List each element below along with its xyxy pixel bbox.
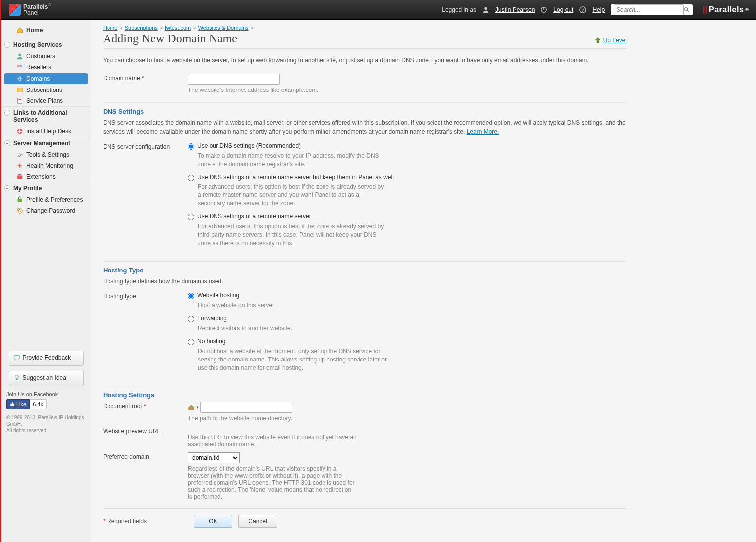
dns-radio[interactable] <box>188 175 194 181</box>
sidebar-item-subscriptions[interactable]: Subscriptions <box>1 85 91 95</box>
hostingtype-option: No hostingDo not host a website at the m… <box>188 338 556 372</box>
provide-feedback-button[interactable]: Provide Feedback <box>9 351 84 366</box>
breadcrumb-sep: > <box>119 25 122 31</box>
collapse-icon: − <box>4 185 10 191</box>
svg-point-21 <box>18 209 21 212</box>
domain-name-hint: The website's Internet address like exam… <box>188 87 556 93</box>
sidebar-heading[interactable]: −My Profile <box>1 182 91 194</box>
ok-button[interactable]: OK <box>194 515 232 528</box>
logout-link[interactable]: Log out <box>553 6 573 13</box>
sidebar-item-change-password[interactable]: Change Password <box>1 205 91 216</box>
product-logo: Parallels® Panel <box>9 3 51 16</box>
cancel-button[interactable]: Cancel <box>238 515 277 528</box>
sidebar-heading[interactable]: −Hosting Services <box>1 39 91 51</box>
page-title: Adding New Domain Name <box>103 32 237 48</box>
sidebar-item-install-help-desk[interactable]: Install Help Desk <box>1 126 91 137</box>
up-level-link[interactable]: Up Level <box>594 37 627 44</box>
search-input[interactable] <box>614 4 684 15</box>
docroot-prefix: / <box>197 404 198 411</box>
topbar-right: Logged in as Justin Pearson Log out ? He… <box>442 4 749 15</box>
sidebar-item-health-monitoring[interactable]: Health Monitoring <box>1 160 91 171</box>
brand-right: || Parallels® <box>703 5 749 14</box>
dns-radio-label[interactable]: Use DNS settings of a remote name server… <box>188 174 556 181</box>
radio-hint: To make a domain name resolve to your IP… <box>198 152 387 169</box>
fb-like-widget[interactable]: Like 6.4k <box>6 399 86 409</box>
hostingtype-radio[interactable] <box>188 339 194 345</box>
sidebar-home[interactable]: Home <box>1 25 91 36</box>
power-icon <box>540 6 547 13</box>
home-folder-icon <box>188 404 195 411</box>
preferred-domain-select[interactable]: domain.tld <box>188 452 240 463</box>
collapse-icon: − <box>4 42 10 48</box>
person-icon <box>482 6 489 13</box>
sidebar-item-resellers[interactable]: Resellers <box>1 62 91 73</box>
sidebar: Home −Hosting ServicesCustomersResellers… <box>1 20 91 542</box>
dns-option: Use our DNS settings (Recommended)To mak… <box>188 142 556 169</box>
sidebar-bottom: Provide Feedback Suggest an Idea Join Us… <box>1 346 91 439</box>
fb-like-count: 6.4k <box>30 399 47 409</box>
docroot-label: Document root * <box>103 402 188 422</box>
up-level-label[interactable]: Up Level <box>603 37 627 44</box>
hostingtype-radio-label[interactable]: Forwarding <box>188 315 556 322</box>
hostingtype-radio[interactable] <box>188 316 194 322</box>
sidebar-item-profile-preferences[interactable]: Profile & Preferences <box>1 194 91 205</box>
radio-hint: Host a website on this server. <box>198 301 387 310</box>
radio-text: Forwarding <box>197 315 227 322</box>
sidebar-item-service-plans[interactable]: Service Plans <box>1 95 91 106</box>
hostingtype-radio-label[interactable]: Website hosting <box>188 292 556 299</box>
sidebar-heading[interactable]: −Links to Additional Services <box>1 106 91 126</box>
up-level-icon <box>594 37 601 44</box>
nav-icon <box>16 173 23 180</box>
docroot-input[interactable] <box>200 402 292 413</box>
hostingtype-radio-label[interactable]: No hosting <box>188 338 556 345</box>
main-content: Home>Subscriptions>lwtest.com>Websites &… <box>91 20 639 542</box>
dns-section-title: DNS Settings <box>103 102 627 115</box>
username-link[interactable]: Justin Pearson <box>495 6 535 13</box>
copyright: © 1999-2013. Parallels IP Holdings GmbH. <box>6 414 86 427</box>
search-icon[interactable] <box>684 7 690 13</box>
sidebar-item-customers[interactable]: Customers <box>1 51 91 62</box>
breadcrumb-link[interactable]: Home <box>103 25 117 31</box>
help-link[interactable]: Help <box>592 6 605 13</box>
fb-like-button[interactable]: Like <box>6 399 30 409</box>
svg-point-5 <box>685 7 688 10</box>
sidebar-item-label: Change Password <box>26 207 75 214</box>
breadcrumb-sep: > <box>160 25 163 31</box>
dns-radio[interactable] <box>188 214 194 220</box>
nav-icon <box>16 87 23 93</box>
hostingtype-radio[interactable] <box>188 293 194 299</box>
breadcrumb-link[interactable]: Websites & Domains <box>198 25 249 31</box>
fb-like-label: Like <box>16 401 26 407</box>
suggest-idea-button[interactable]: Suggest an Idea <box>9 371 84 386</box>
dns-config-label: DNS server configuration <box>103 142 188 252</box>
breadcrumb-sep: > <box>251 25 254 31</box>
suggest-label: Suggest an Idea <box>23 374 66 381</box>
brand-name: Parallels <box>709 5 744 14</box>
sidebar-heading[interactable]: −Server Management <box>1 137 91 149</box>
feedback-icon <box>13 354 20 361</box>
hostingtype-option: Website hostingHost a website on this se… <box>188 292 556 310</box>
rights: All rights reserved. <box>6 427 86 434</box>
nav-icon <box>16 75 23 82</box>
dns-radio[interactable] <box>188 143 194 150</box>
thumbs-up-icon <box>10 402 15 407</box>
sidebar-item-domains[interactable]: Domains <box>4 73 88 84</box>
home-icon <box>16 27 23 34</box>
sidebar-item-label: Profile & Preferences <box>26 196 83 203</box>
svg-point-0 <box>484 7 487 9</box>
required-fields-note: * Required fields <box>103 518 188 525</box>
logo-text: Parallels® Panel <box>23 3 51 16</box>
nav-icon <box>16 64 23 71</box>
domain-name-input[interactable] <box>188 74 280 85</box>
dns-radio-label[interactable]: Use DNS settings of a remote name server <box>188 213 556 220</box>
product-subtitle: Panel <box>23 9 39 16</box>
breadcrumb-link[interactable]: Subscriptions <box>125 25 158 31</box>
sidebar-item-label: Extensions <box>26 173 56 180</box>
nav-icon <box>16 207 23 214</box>
sidebar-item-tools-settings[interactable]: Tools & Settings <box>1 149 91 160</box>
search-box[interactable] <box>611 4 693 15</box>
dns-learn-more-link[interactable]: Learn More. <box>467 128 499 135</box>
sidebar-item-extensions[interactable]: Extensions <box>1 171 91 182</box>
breadcrumb-link[interactable]: lwtest.com <box>165 25 191 31</box>
dns-radio-label[interactable]: Use our DNS settings (Recommended) <box>188 142 556 150</box>
